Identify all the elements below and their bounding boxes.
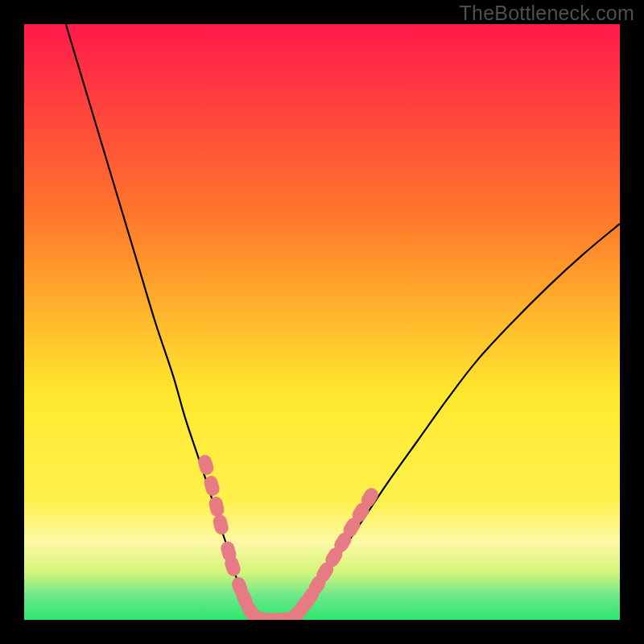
watermark-text: TheBottleneck.com [460, 2, 634, 25]
chart-svg [24, 24, 620, 620]
chart-frame: TheBottleneck.com [0, 0, 644, 644]
gradient-background [24, 24, 620, 620]
plot-area [24, 24, 620, 620]
